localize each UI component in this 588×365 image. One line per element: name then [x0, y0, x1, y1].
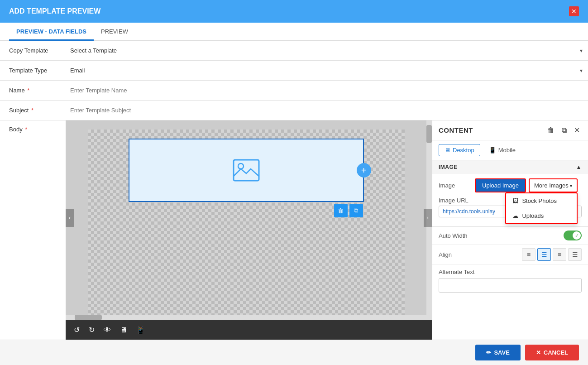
- modal-close-button[interactable]: ✕: [569, 6, 579, 16]
- svg-point-1: [238, 163, 244, 169]
- name-row: Name *: [0, 81, 588, 101]
- align-buttons: ≡ ☰ ≡ ☰: [522, 248, 582, 261]
- block-add-button[interactable]: +: [357, 163, 371, 178]
- dropdown-uploads[interactable]: ☁ Uploads: [506, 208, 577, 223]
- image-placeholder-icon: [233, 159, 260, 182]
- image-field-row: Image Upload Image More Images ▾: [439, 178, 582, 192]
- scroll-right-button[interactable]: ›: [424, 209, 432, 227]
- align-center-button[interactable]: ☰: [537, 248, 551, 261]
- upload-cloud-icon: ☁: [512, 212, 518, 219]
- svg-rect-0: [234, 160, 259, 181]
- auto-width-row: Auto Width ✓: [432, 227, 588, 245]
- form-area: Copy Template Select a Template ▾ Templa…: [0, 41, 588, 120]
- modal-footer: ✏ SAVE ✕ CANCEL: [0, 340, 588, 365]
- modal: ADD TEMPLATE PREVIEW ✕ PREVIEW - DATA FI…: [0, 0, 588, 365]
- tab-data-fields[interactable]: PREVIEW - DATA FIELDS: [9, 23, 94, 41]
- more-images-button[interactable]: More Images ▾: [529, 178, 578, 192]
- image-section-header: IMAGE ▲: [432, 160, 588, 174]
- checkmark-icon: ✓: [575, 233, 579, 239]
- scroll-left-button[interactable]: ‹: [66, 209, 74, 227]
- alt-text-label: Alternate Text: [439, 269, 582, 275]
- image-section-body: Image Upload Image More Images ▾: [432, 174, 588, 226]
- copy-template-select[interactable]: Select a Template: [66, 43, 588, 58]
- template-type-select[interactable]: Email: [66, 63, 588, 77]
- auto-width-label: Auto Width: [439, 232, 468, 239]
- main-content: Body * ‹: [0, 120, 588, 340]
- cancel-button[interactable]: ✕ CANCEL: [525, 345, 579, 360]
- photo-icon: 🖼: [512, 197, 518, 204]
- trash-icon: 🗑: [547, 126, 555, 134]
- block-delete-button[interactable]: 🗑: [334, 204, 348, 217]
- image-label: Image: [439, 182, 475, 189]
- align-left-button[interactable]: ≡: [522, 248, 535, 261]
- dropdown-stock-photos[interactable]: 🖼 Stock Photos: [506, 193, 577, 208]
- modal-title: ADD TEMPLATE PREVIEW: [9, 7, 100, 15]
- block-actions: 🗑 ⧉: [334, 204, 363, 217]
- template-type-label: Template Type: [0, 63, 66, 77]
- editor-canvas: + 🗑 ⧉: [88, 130, 405, 315]
- image-block[interactable]: + 🗑 ⧉: [129, 139, 364, 202]
- panel-header: CONTENT 🗑 ⧉ ✕: [432, 120, 588, 140]
- editor-container: ‹: [66, 120, 432, 340]
- copy-template-row: Copy Template Select a Template ▾: [0, 41, 588, 61]
- upload-image-button[interactable]: Upload Image: [475, 178, 526, 192]
- align-label: Align: [439, 251, 452, 258]
- save-icon: ✏: [486, 349, 491, 356]
- desktop-view-button[interactable]: 🖥: [117, 324, 130, 336]
- desktop-icon: 🖥: [445, 147, 450, 154]
- panel-copy-button[interactable]: ⧉: [560, 125, 569, 135]
- toggle-knob: ✓: [573, 231, 581, 240]
- caret-down-icon: ▾: [570, 183, 572, 188]
- auto-width-toggle[interactable]: ✓: [564, 231, 582, 240]
- name-input[interactable]: [66, 83, 588, 97]
- device-tabs: 🖥 Desktop 📱 Mobile: [432, 140, 588, 160]
- editor-scroll-area[interactable]: + 🗑 ⧉: [66, 120, 426, 315]
- align-row: Align ≡ ☰ ≡ ☰: [432, 245, 588, 265]
- block-copy-button[interactable]: ⧉: [349, 204, 363, 217]
- image-controls: Upload Image More Images ▾: [475, 178, 582, 192]
- panel-close-button[interactable]: ✕: [572, 125, 582, 135]
- modal-header: ADD TEMPLATE PREVIEW ✕: [0, 0, 588, 23]
- body-label: Body *: [0, 120, 66, 340]
- alt-text-input[interactable]: [439, 278, 582, 293]
- tabs-bar: PREVIEW - DATA FIELDS PREVIEW: [0, 23, 588, 41]
- panel-header-actions: 🗑 ⧉ ✕: [545, 125, 582, 135]
- align-right-button[interactable]: ≡: [553, 248, 566, 261]
- subject-row: Subject *: [0, 101, 588, 120]
- cancel-icon: ✕: [536, 349, 541, 356]
- image-url-label: Image URL: [439, 197, 475, 204]
- tab-preview[interactable]: PREVIEW: [94, 23, 135, 41]
- name-required: *: [26, 87, 30, 94]
- close-icon: ✕: [571, 8, 577, 15]
- panel-delete-button[interactable]: 🗑: [545, 125, 556, 135]
- panel-close-icon: ✕: [574, 126, 580, 134]
- name-label: Name *: [0, 83, 66, 97]
- panel-title: CONTENT: [439, 126, 473, 134]
- template-type-row: Template Type Email ▾: [0, 61, 588, 81]
- collapse-icon: ▲: [576, 164, 582, 170]
- subject-required: *: [29, 107, 33, 114]
- subject-input[interactable]: [66, 103, 588, 117]
- preview-toggle-button[interactable]: 👁: [101, 324, 114, 336]
- mobile-view-button[interactable]: 📱: [134, 324, 148, 336]
- copy-icon: ⧉: [562, 126, 567, 134]
- device-tab-desktop[interactable]: 🖥 Desktop: [439, 144, 480, 156]
- more-images-wrap: More Images ▾ 🖼 Stock Photos: [526, 178, 578, 192]
- image-section: IMAGE ▲ Image Upload Image More Images: [432, 160, 588, 227]
- mobile-icon: 📱: [489, 147, 496, 154]
- subject-label: Subject *: [0, 103, 66, 117]
- panel-scroll: IMAGE ▲ Image Upload Image More Images: [432, 160, 588, 340]
- save-button[interactable]: ✏ SAVE: [475, 345, 520, 360]
- right-panel: CONTENT 🗑 ⧉ ✕ 🖥 Desktop: [432, 120, 588, 340]
- template-type-select-wrap: Email ▾: [66, 63, 588, 77]
- redo-button[interactable]: ↻: [86, 324, 97, 336]
- alt-text-section: Alternate Text: [432, 265, 588, 296]
- copy-template-label: Copy Template: [0, 43, 66, 58]
- copy-template-select-wrap: Select a Template ▾: [66, 43, 588, 58]
- align-justify-button[interactable]: ☰: [568, 248, 582, 261]
- more-images-dropdown: 🖼 Stock Photos ☁ Uploads: [505, 192, 578, 224]
- device-tab-mobile[interactable]: 📱 Mobile: [483, 144, 521, 156]
- editor-toolbar: ↺ ↻ 👁 🖥 📱: [66, 320, 432, 340]
- undo-button[interactable]: ↺: [71, 324, 82, 336]
- horizontal-scrollbar[interactable]: [66, 315, 432, 320]
